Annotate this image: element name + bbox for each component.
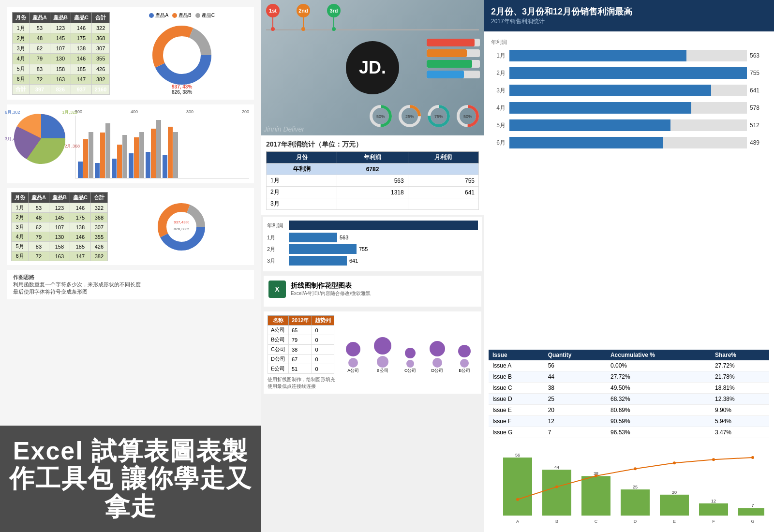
bar-group	[78, 132, 93, 178]
table-cell: 426	[91, 64, 109, 74]
bar-group	[95, 123, 110, 178]
h-bar-label: 5月	[491, 121, 506, 130]
pin-3rd: 3rd	[327, 4, 341, 31]
svg-text:44: 44	[554, 465, 559, 470]
table-cell: 5月	[12, 242, 29, 251]
pie-svg	[12, 109, 70, 167]
table-cell: 163	[50, 74, 71, 84]
jd-logo: JD.	[346, 41, 399, 94]
table-cell: 2月	[12, 213, 29, 222]
h-bar-label: 4月	[491, 104, 506, 112]
svg-text:B: B	[555, 519, 558, 524]
donut-chart-container: 產品A 產品B 產品C 937, 43% 826, 38%	[115, 12, 249, 95]
pareto-cell: 90.59%	[607, 416, 711, 427]
h-bar-fill	[509, 137, 663, 148]
svg-text:D: D	[634, 519, 637, 524]
svg-text:G: G	[751, 519, 754, 524]
donut-label1: 937, 43%	[172, 84, 192, 89]
bar-B	[117, 145, 122, 178]
h-bar-value: 641	[750, 87, 767, 94]
profit-bar-total: 年利润	[267, 221, 478, 230]
second-table-section: 月份 產品A 產品B 產品C 合計 1月531231463222月4814517…	[7, 188, 254, 265]
h-bar-label: 6月	[491, 139, 506, 147]
company-cell: 0	[312, 364, 334, 374]
h-bar-track	[509, 50, 747, 61]
pareto-row: Issue E2080.69%9.90%	[489, 405, 769, 416]
table-cell: 163	[49, 251, 70, 261]
table-cell: 147	[70, 251, 90, 261]
bar-B	[83, 139, 88, 178]
left-panel: 月份 產品A 產品B 產品C 合計 1月531231463222月4814517…	[0, 0, 261, 532]
flower-D: D公司	[430, 341, 445, 374]
company-cell: D公司	[268, 355, 289, 364]
table-cell: 合計	[13, 84, 30, 94]
bar-chart: 500400300200	[75, 109, 249, 178]
table-cell: 147	[71, 74, 91, 84]
h-bar-fill	[509, 85, 711, 96]
gauge-4: 50%	[455, 103, 481, 132]
progress-row-4	[427, 71, 480, 78]
pareto-cell: 38	[544, 383, 607, 394]
bar-C	[122, 135, 127, 178]
profit-bar-mar: 3月 641	[267, 256, 478, 266]
table-cell: 107	[49, 222, 70, 232]
pareto-bar	[660, 495, 689, 516]
note-title: 作图思路	[13, 274, 248, 281]
h-bar-label: 1月	[491, 52, 506, 60]
table-cell: 6月	[12, 251, 29, 261]
horizontal-bar-chart: 年利润 1月5632月7553月6414月5785月5126月489	[484, 31, 774, 345]
company-cell: 0	[312, 345, 334, 355]
h-bar-row: 2月755	[491, 67, 767, 79]
pareto-cell: Issue E	[489, 405, 544, 416]
excel-icon: X	[268, 281, 286, 298]
table-cell: 185	[70, 242, 90, 251]
table-cell: 79	[30, 54, 50, 64]
h-bar-fill	[509, 119, 670, 131]
pareto-cell: 56	[544, 360, 607, 371]
bar-A	[112, 159, 117, 178]
pie-label-2: 3月,428	[5, 136, 20, 142]
col-month: 月份	[13, 13, 30, 23]
bar-B	[151, 129, 156, 178]
pareto-bar	[621, 489, 650, 516]
table-cell: 146	[71, 54, 91, 64]
flower-note: 使用折线图制作，给制圆形填充 使用最低点连接线连接	[268, 376, 477, 390]
bar-group	[129, 132, 144, 178]
company-cell: 0	[312, 355, 334, 364]
sales-header-subtitle: 2017年销售利润统计	[491, 17, 767, 26]
donut-svg	[148, 21, 216, 89]
profit-grid: 月份 年利润 月利润 年利润 6782 1月 563 755	[266, 151, 479, 210]
svg-text:937,43%: 937,43%	[174, 220, 189, 224]
pareto-row: Issue D2568.32%12.38%	[489, 394, 769, 405]
flower-chart: A公司 B公司 C公司 D公司	[339, 315, 477, 374]
h-bar-track	[509, 119, 747, 131]
pie-chart: 6月,382 3月,428 1月,322 2月,368	[12, 109, 70, 167]
table-cell: 6月	[13, 74, 30, 84]
company-cell: 65	[288, 325, 312, 335]
h-bar-row: 4月578	[491, 102, 767, 114]
profit-table-section: 2017年利润统计（单位：万元） 月份 年利润 月利润 年利润 6782	[261, 135, 484, 215]
table-cell: 48	[29, 213, 49, 222]
overlay-banner: Excel 試算表圖表製作工具包 讓你學走又拿走	[0, 426, 261, 532]
bar-A	[146, 152, 150, 178]
table-cell: 307	[91, 44, 109, 54]
bar-group	[146, 120, 161, 178]
h-bar-value: 755	[750, 70, 767, 76]
bar-A	[129, 153, 134, 178]
second-donut-svg: 937,43% 826,38%	[155, 200, 208, 253]
gauge-1: 50%	[368, 103, 394, 132]
pareto-dot	[595, 474, 597, 477]
pareto-cell: Issue F	[489, 416, 544, 427]
h-bar-row: 3月641	[491, 85, 767, 96]
table-cell: 83	[29, 242, 49, 251]
svg-text:F: F	[712, 519, 715, 524]
h-bars-container: 1月5632月7553月6414月5785月5126月489	[491, 50, 767, 148]
pareto-row: Issue B4427.72%21.78%	[489, 371, 769, 383]
pareto-dot	[673, 461, 676, 464]
table-cell: 307	[90, 222, 107, 232]
pareto-row: Issue A560.00%27.72%	[489, 360, 769, 371]
table-cell: 130	[50, 54, 71, 64]
pareto-row: Issue F1290.59%5.94%	[489, 416, 769, 427]
pareto-cell: Issue C	[489, 383, 544, 394]
pareto-cell: 27.72%	[607, 371, 711, 383]
